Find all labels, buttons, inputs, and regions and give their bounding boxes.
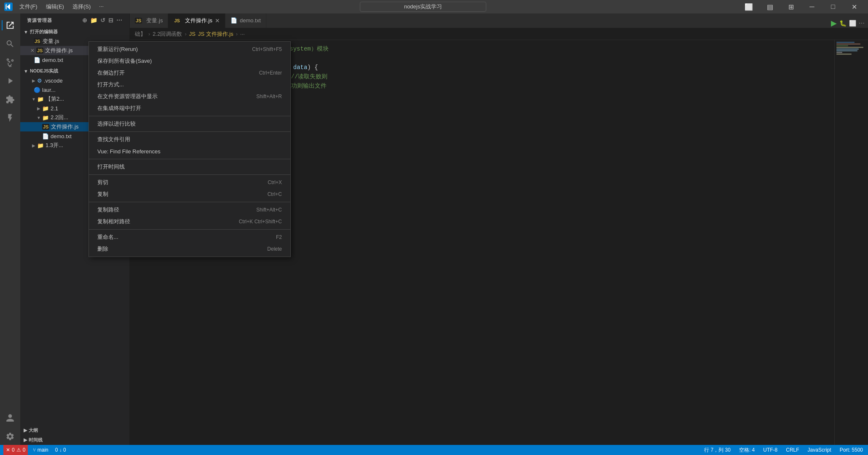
- menu-sep-3: [89, 159, 290, 159]
- menu-find-refs[interactable]: 查找文件引用: [89, 134, 290, 145]
- menu-rename-label: 重命名...: [97, 233, 276, 241]
- menu-compare-label: 选择以进行比较: [97, 120, 282, 128]
- menu-rerun-label: 重新运行(Rerun): [97, 46, 252, 53]
- menu-copy-rel-path-shortcut: Ctrl+K Ctrl+Shift+C: [239, 219, 282, 225]
- menu-delete-label: 删除: [97, 245, 267, 253]
- context-menu-overlay[interactable]: 重新运行(Rerun) Ctrl+Shift+F5 保存到所有设备(Save) …: [0, 0, 868, 455]
- menu-cut[interactable]: 剪切 Ctrl+X: [89, 177, 290, 188]
- menu-show-in-explorer-shortcut: Shift+Alt+R: [256, 94, 282, 99]
- menu-sep-2: [89, 131, 290, 132]
- menu-vue-refs[interactable]: Vue: Find File References: [89, 145, 290, 157]
- context-menu: 重新运行(Rerun) Ctrl+Shift+F5 保存到所有设备(Save) …: [88, 41, 291, 257]
- menu-find-refs-label: 查找文件引用: [97, 136, 282, 143]
- menu-sep-5: [89, 202, 290, 202]
- menu-delete[interactable]: 删除 Delete: [89, 243, 290, 255]
- menu-copy-shortcut: Ctrl+C: [268, 191, 282, 197]
- menu-copy[interactable]: 复制 Ctrl+C: [89, 188, 290, 200]
- menu-open-with-label: 打开方式...: [97, 81, 282, 88]
- menu-timeline[interactable]: 打开时间线: [89, 161, 290, 173]
- menu-copy-rel-path[interactable]: 复制相对路径 Ctrl+K Ctrl+Shift+C: [89, 216, 290, 228]
- menu-open-side-label: 在侧边打开: [97, 69, 259, 77]
- menu-copy-path[interactable]: 复制路径 Shift+Alt+C: [89, 204, 290, 216]
- menu-open-terminal[interactable]: 在集成终端中打开: [89, 102, 290, 114]
- menu-copy-label: 复制: [97, 190, 268, 198]
- menu-copy-rel-path-label: 复制相对路径: [97, 218, 239, 225]
- menu-vue-refs-label: Vue: Find File References: [97, 148, 282, 155]
- menu-save-all[interactable]: 保存到所有设备(Save): [89, 55, 290, 67]
- menu-sep-6: [89, 229, 290, 230]
- menu-timeline-label: 打开时间线: [97, 163, 282, 171]
- menu-open-terminal-label: 在集成终端中打开: [97, 104, 282, 112]
- menu-cut-shortcut: Ctrl+X: [268, 179, 282, 185]
- menu-sep-4: [89, 174, 290, 175]
- menu-rerun[interactable]: 重新运行(Rerun) Ctrl+Shift+F5: [89, 43, 290, 55]
- menu-sep-1: [89, 116, 290, 116]
- menu-save-all-label: 保存到所有设备(Save): [97, 57, 282, 65]
- menu-open-side-shortcut: Ctrl+Enter: [259, 70, 282, 76]
- menu-copy-path-shortcut: Shift+Alt+C: [256, 207, 282, 213]
- menu-show-in-explorer[interactable]: 在文件资源管理器中显示 Shift+Alt+R: [89, 91, 290, 102]
- menu-open-with[interactable]: 打开方式...: [89, 79, 290, 91]
- menu-compare[interactable]: 选择以进行比较: [89, 118, 290, 130]
- menu-open-side[interactable]: 在侧边打开 Ctrl+Enter: [89, 67, 290, 79]
- menu-cut-label: 剪切: [97, 179, 268, 186]
- menu-copy-path-label: 复制路径: [97, 206, 256, 214]
- menu-show-in-explorer-label: 在文件资源管理器中显示: [97, 93, 256, 100]
- menu-rerun-shortcut: Ctrl+Shift+F5: [252, 46, 282, 52]
- menu-delete-shortcut: Delete: [267, 246, 282, 252]
- menu-rename[interactable]: 重命名... F2: [89, 231, 290, 243]
- menu-rename-shortcut: F2: [276, 234, 282, 240]
